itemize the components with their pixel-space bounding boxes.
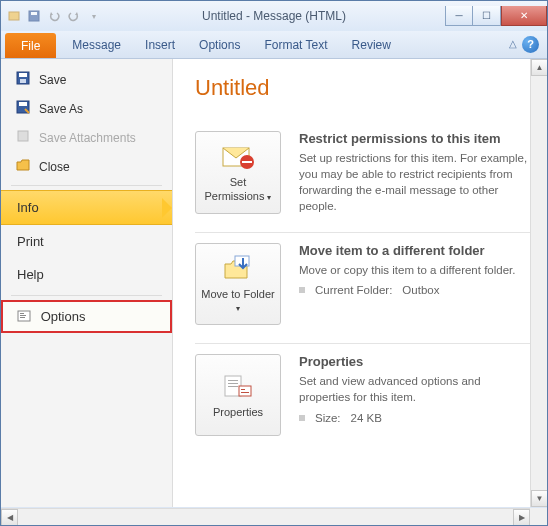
bullet-icon bbox=[299, 415, 305, 421]
dropdown-icon: ▾ bbox=[267, 193, 271, 202]
app-icon[interactable] bbox=[5, 7, 23, 25]
section-properties: Properties Properties Set and view advan… bbox=[195, 344, 537, 454]
scroll-down-button[interactable]: ▼ bbox=[531, 490, 548, 507]
svg-rect-10 bbox=[20, 313, 24, 314]
sidebar-nav-print[interactable]: Print bbox=[1, 225, 172, 258]
scroll-up-button[interactable]: ▲ bbox=[531, 59, 548, 76]
tab-insert[interactable]: Insert bbox=[133, 31, 187, 58]
properties-button[interactable]: Properties bbox=[195, 354, 281, 436]
sidebar-nav-options-label: Options bbox=[41, 309, 86, 324]
properties-desc: Set and view advanced options and proper… bbox=[299, 373, 531, 405]
properties-meta: Size: 24 KB bbox=[299, 412, 531, 424]
title-bar: ▾ Untitled - Message (HTML) ─ ☐ ✕ bbox=[1, 1, 547, 31]
page-title: Untitled bbox=[195, 75, 537, 101]
window-buttons: ─ ☐ ✕ bbox=[445, 6, 547, 26]
save-as-icon bbox=[15, 99, 31, 118]
sidebar-save-attachments: Save Attachments bbox=[1, 123, 172, 152]
svg-rect-12 bbox=[20, 317, 25, 318]
section-properties-text: Properties Set and view advanced options… bbox=[299, 354, 537, 436]
permissions-desc: Set up restrictions for this item. For e… bbox=[299, 150, 531, 214]
minimize-ribbon-icon[interactable]: △ bbox=[509, 38, 517, 49]
current-folder-label: Current Folder: bbox=[315, 284, 392, 296]
svg-rect-15 bbox=[242, 161, 252, 163]
tab-review[interactable]: Review bbox=[340, 31, 403, 58]
options-icon bbox=[17, 309, 31, 324]
envelope-restrict-icon bbox=[221, 142, 255, 172]
set-permissions-label: Set Permissions ▾ bbox=[200, 176, 276, 204]
svg-rect-8 bbox=[18, 131, 28, 141]
window-title: Untitled - Message (HTML) bbox=[202, 9, 346, 23]
move-desc: Move or copy this item to a different fo… bbox=[299, 262, 531, 278]
maximize-button[interactable]: ☐ bbox=[473, 6, 501, 26]
svg-rect-5 bbox=[20, 79, 26, 83]
svg-rect-11 bbox=[20, 315, 26, 316]
sidebar-nav-help-label: Help bbox=[17, 267, 44, 282]
svg-rect-18 bbox=[228, 380, 238, 381]
sidebar-save-label: Save bbox=[39, 73, 66, 87]
tab-message[interactable]: Message bbox=[60, 31, 133, 58]
close-button[interactable]: ✕ bbox=[501, 6, 547, 26]
properties-heading: Properties bbox=[299, 354, 531, 369]
svg-rect-21 bbox=[239, 386, 251, 396]
size-value: 24 KB bbox=[351, 412, 382, 424]
sidebar-nav-info[interactable]: Info bbox=[1, 190, 172, 225]
permissions-heading: Restrict permissions to this item bbox=[299, 131, 531, 146]
section-permissions: Set Permissions ▾ Restrict permissions t… bbox=[195, 121, 537, 233]
tab-options[interactable]: Options bbox=[187, 31, 252, 58]
size-label: Size: bbox=[315, 412, 341, 424]
move-heading: Move item to a different folder bbox=[299, 243, 531, 258]
set-permissions-button[interactable]: Set Permissions ▾ bbox=[195, 131, 281, 214]
minimize-button[interactable]: ─ bbox=[445, 6, 473, 26]
dropdown-icon: ▾ bbox=[236, 304, 240, 313]
scroll-left-button[interactable]: ◀ bbox=[1, 509, 18, 526]
qat-dropdown-icon[interactable]: ▾ bbox=[85, 7, 103, 25]
help-icon[interactable]: ? bbox=[522, 36, 539, 53]
sidebar-nav-options[interactable]: Options bbox=[1, 300, 172, 333]
sidebar-save-attachments-label: Save Attachments bbox=[39, 131, 136, 145]
scroll-right-button[interactable]: ▶ bbox=[513, 509, 530, 526]
ribbon-tabs: File Message Insert Options Format Text … bbox=[1, 31, 547, 59]
current-folder-value: Outbox bbox=[402, 284, 439, 296]
sidebar-save-as[interactable]: Save As bbox=[1, 94, 172, 123]
tab-format-text[interactable]: Format Text bbox=[252, 31, 339, 58]
svg-rect-7 bbox=[19, 102, 27, 106]
redo-icon[interactable] bbox=[65, 7, 83, 25]
svg-rect-4 bbox=[19, 73, 27, 77]
properties-label: Properties bbox=[213, 406, 263, 420]
move-to-folder-button[interactable]: Move to Folder ▾ bbox=[195, 243, 281, 325]
sidebar-save[interactable]: Save bbox=[1, 65, 172, 94]
sidebar-nav-info-label: Info bbox=[17, 200, 39, 215]
svg-rect-2 bbox=[31, 12, 37, 15]
folder-close-icon bbox=[15, 157, 31, 176]
section-permissions-text: Restrict permissions to this item Set up… bbox=[299, 131, 537, 214]
sidebar-close[interactable]: Close bbox=[1, 152, 172, 181]
sidebar-separator bbox=[11, 295, 162, 296]
quick-access-toolbar: ▾ bbox=[1, 7, 103, 25]
app-window: ▾ Untitled - Message (HTML) ─ ☐ ✕ File M… bbox=[0, 0, 548, 526]
properties-icon bbox=[221, 372, 255, 402]
svg-rect-0 bbox=[9, 12, 19, 20]
attachment-icon bbox=[15, 128, 31, 147]
section-move: Move to Folder ▾ Move item to a differen… bbox=[195, 233, 537, 344]
sidebar-nav-print-label: Print bbox=[17, 234, 44, 249]
tab-file[interactable]: File bbox=[5, 33, 56, 58]
scroll-corner bbox=[530, 508, 547, 525]
vertical-scrollbar[interactable]: ▲ ▼ bbox=[530, 59, 547, 507]
move-meta: Current Folder: Outbox bbox=[299, 284, 531, 296]
sidebar-separator bbox=[11, 185, 162, 186]
bullet-icon bbox=[299, 287, 305, 293]
save-icon bbox=[15, 70, 31, 89]
svg-rect-22 bbox=[241, 389, 245, 390]
horizontal-scrollbar[interactable]: ◀ ▶ bbox=[1, 508, 530, 525]
section-move-text: Move item to a different folder Move or … bbox=[299, 243, 537, 325]
save-icon[interactable] bbox=[25, 7, 43, 25]
move-folder-icon bbox=[221, 254, 255, 284]
sidebar-save-as-label: Save As bbox=[39, 102, 83, 116]
sidebar-nav-help[interactable]: Help bbox=[1, 258, 172, 291]
sidebar-close-label: Close bbox=[39, 160, 70, 174]
backstage-content: Untitled Set Permissions ▾ Restrict perm… bbox=[173, 59, 547, 507]
svg-rect-20 bbox=[228, 386, 238, 387]
move-to-folder-label: Move to Folder ▾ bbox=[200, 288, 276, 316]
svg-rect-23 bbox=[241, 392, 249, 393]
undo-icon[interactable] bbox=[45, 7, 63, 25]
